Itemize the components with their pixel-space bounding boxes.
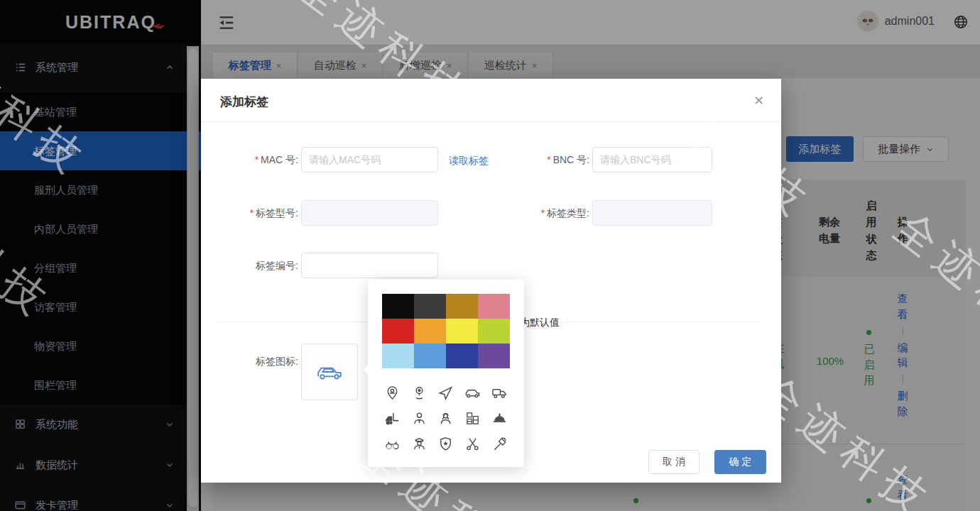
selected-tag-icon-box[interactable] [301, 344, 358, 400]
tag-code-label: 标签编号: [220, 260, 298, 273]
color-swatch[interactable] [478, 319, 510, 344]
section-note: 为默认值 [520, 317, 560, 329]
color-swatch[interactable] [446, 294, 478, 319]
color-swatch[interactable] [446, 319, 478, 344]
color-swatch[interactable] [414, 344, 446, 368]
tag-type-input[interactable] [592, 200, 712, 226]
divider [201, 121, 781, 122]
car-icon[interactable] [464, 385, 481, 401]
icon-color-picker-popup [368, 280, 524, 467]
man-icon[interactable] [411, 410, 428, 427]
app-screen: UBITRAQ 系统管理 基站管理 标签管理 服刑人员管理 内部人员管理 分组管… [0, 0, 980, 511]
tag-type-label: *标签类型: [511, 207, 589, 220]
confirm-button[interactable]: 确 定 [714, 450, 766, 474]
handcuffs-icon[interactable] [384, 436, 401, 452]
location-pin-icon[interactable] [411, 385, 428, 401]
bnc-label: *BNC 号: [511, 154, 589, 167]
cancel-button[interactable]: 取 消 [648, 450, 699, 474]
color-swatch[interactable] [478, 344, 510, 368]
popup-arrow [364, 365, 369, 375]
truck-icon[interactable] [491, 385, 508, 401]
shelf-icon[interactable] [464, 410, 481, 427]
icon-option-grid [379, 385, 513, 452]
woman-icon[interactable] [437, 410, 454, 427]
color-swatch[interactable] [478, 294, 510, 319]
tag-model-input[interactable] [301, 200, 438, 226]
scissors-icon[interactable] [464, 436, 481, 452]
mac-label: *MAC 号: [220, 154, 298, 167]
bnc-input[interactable] [592, 147, 712, 172]
car-icon [316, 363, 343, 381]
read-tag-link[interactable]: 读取标签 [449, 155, 489, 167]
section-line [565, 322, 761, 322]
hammer-icon[interactable] [491, 436, 508, 452]
mac-input[interactable] [301, 147, 438, 172]
shield-badge-icon[interactable] [437, 436, 454, 452]
modal-title: 添加标签 [220, 94, 268, 110]
forklift-icon[interactable] [384, 410, 401, 427]
color-swatch[interactable] [414, 294, 446, 319]
section-line [218, 322, 374, 322]
color-swatch[interactable] [382, 344, 414, 368]
tag-model-label: *标签型号: [220, 207, 298, 220]
police-officer-icon[interactable] [411, 436, 428, 452]
person-pin-icon[interactable] [384, 385, 401, 401]
navigation-arrow-icon[interactable] [437, 385, 454, 401]
color-swatch[interactable] [446, 344, 478, 368]
color-swatch-grid [382, 294, 510, 368]
tag-code-input[interactable] [301, 253, 438, 278]
tag-icon-label: 标签图标: [220, 356, 298, 368]
close-modal-icon[interactable]: ✕ [753, 93, 764, 109]
color-swatch[interactable] [382, 319, 414, 344]
helmet-icon[interactable] [491, 410, 508, 427]
color-swatch[interactable] [382, 294, 414, 319]
color-swatch[interactable] [414, 319, 446, 344]
